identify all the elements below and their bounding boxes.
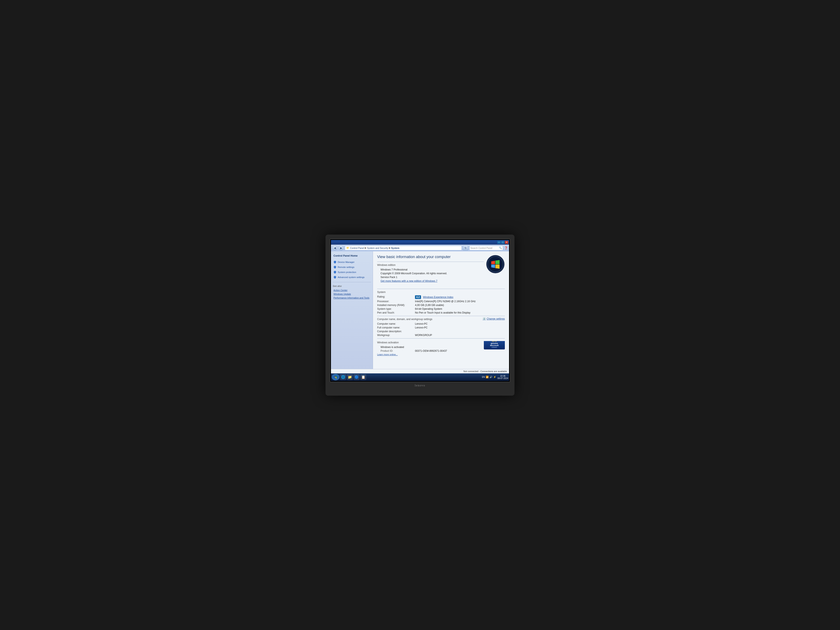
system-tray: EN 📶 🔊 ⚡ [482,376,496,379]
sidebar-item-advanced-settings[interactable]: Advanced system settings [333,275,371,279]
clock-date: 08-07-2024 [497,377,508,379]
system-type-row: System type: 64-bit Operating System [377,308,505,310]
page-title: View basic information about your comput… [377,255,505,259]
link-windows-update[interactable]: Windows Update [333,292,371,296]
search-icon: 🔍 [499,246,502,249]
genuine-line4: software [492,346,497,348]
system-type-value: 64-bit Operating System [415,308,442,310]
link-performance-info[interactable]: Performance Information and Tools [333,296,371,300]
see-also-label: See also [333,285,371,287]
computer-name-label: Computer name: [377,322,415,325]
upgrade-row: Get more features with a new edition of … [377,279,505,283]
pen-touch-label: Pen and Touch: [377,311,415,314]
copyright-row: Copyright © 2009 Microsoft Corporation. … [377,272,484,275]
main-area: Control Panel Home Device Manager Remote… [331,251,509,369]
shield-icon-4 [333,276,336,279]
rating-value-area: 4.2 Windows Experience Index [415,295,453,299]
copyright-value: Copyright © 2009 Microsoft Corporation. … [377,272,447,275]
taskbar-app-icon[interactable]: 📋 [360,374,366,380]
clock: 22:36 08-07-2024 [497,375,508,379]
shield-icon-1 [333,261,336,264]
breadcrumb-item-2[interactable]: System and Security [367,247,388,249]
edition-section-label: Windows edition [377,264,505,267]
computer-name-row: Computer name: Lenovo-PC [377,322,505,325]
shield-icon-2 [333,266,336,268]
shield-icon-3 [333,271,336,274]
change-settings-button[interactable]: 🛡️ Change settings [483,318,505,320]
minimize-button[interactable]: ─ [497,241,501,244]
rating-link[interactable]: Windows Experience Index [423,296,453,298]
refresh-button[interactable]: ↻ [463,245,468,251]
forward-button[interactable]: ▶ [338,245,344,251]
help-button[interactable]: ❓ [504,246,508,250]
genuine-badge: ask for genuine Microsoft software [484,341,505,349]
processor-label: Processor: [377,300,415,303]
sidebar: Control Panel Home Device Manager Remote… [331,251,373,369]
ram-value: 4,00 GB (3,89 GB usable) [415,304,444,306]
title-bar: ─ □ ✕ [331,240,509,245]
product-id-row: Product ID: 00371-OEM-8992671-00437 [377,349,505,352]
tray-icon-2: 🔊 [489,376,493,379]
windows-logo-area [486,255,505,275]
maximize-button[interactable]: □ [501,241,504,244]
breadcrumb-start-icon: 📁 [346,246,349,249]
genuine-line3: Microsoft [490,344,499,346]
activation-section: ask for genuine Microsoft software Windo… [377,341,505,356]
taskbar-explorer-icon[interactable]: 📁 [347,374,353,380]
start-button[interactable] [332,374,339,380]
breadcrumb-sep-2: ▶ [389,246,391,249]
taskbar-ie-icon[interactable]: 🔵 [354,374,360,380]
rating-row: Rating: 4.2 Windows Experience Index [377,295,505,299]
taskbar-right: EN 📶 🔊 ⚡ 22:36 08-07-2024 [482,375,508,379]
activation-status: Windows is activated [377,346,404,349]
edition-row: Windows 7 Professional [377,268,484,271]
sidebar-home-link[interactable]: Control Panel Home [333,254,371,258]
edition-value: Windows 7 Professional [377,268,407,271]
upgrade-link[interactable]: Get more features with a new edition of … [377,279,437,283]
genuine-line2: genuine [491,342,498,344]
learn-more-link[interactable]: Learn more online... [377,353,505,356]
full-name-value: Lenovo-PC [415,326,428,329]
sidebar-item-remote-settings[interactable]: Remote settings [333,265,371,269]
description-label: Computer description: [377,330,415,333]
system-type-label: System type: [377,308,415,310]
sidebar-item-system-protection[interactable]: System protection [333,270,371,275]
computer-name-header: 🛡️ Change settings Computer name, domain… [377,318,505,322]
product-id-label: Product ID: [377,349,415,352]
laptop-frame: ─ □ ✕ ◀ ▶ 📁 Control Panel ▶ System and S… [325,235,515,396]
screen-inner: ─ □ ✕ ◀ ▶ 📁 Control Panel ▶ System and S… [331,240,509,381]
breadcrumb-item-1[interactable]: Control Panel [350,247,364,249]
processor-value: Intel(R) Celeron(R) CPU N2840 @ 2.16GHz … [415,300,476,303]
sidebar-label-device-manager: Device Manager [338,261,354,263]
sidebar-item-device-manager[interactable]: Device Manager [333,260,371,264]
sidebar-label-system-protection: System protection [338,271,356,273]
network-status-text: Not connected - Connections are availabl… [463,370,507,373]
description-row: Computer description: [377,330,505,333]
pen-touch-row: Pen and Touch: No Pen or Touch Input is … [377,311,505,314]
rating-badge: 4.2 [415,295,421,299]
sidebar-label-remote-settings: Remote settings [338,266,354,268]
screen: ─ □ ✕ ◀ ▶ 📁 Control Panel ▶ System and S… [330,239,510,382]
windows-logo-icon [486,255,505,274]
activation-status-row: Windows is activated [377,346,484,349]
breadcrumb-sep-1: ▶ [365,246,366,249]
tray-icon-1: 📶 [486,376,489,379]
rating-label: Rating: [377,295,415,299]
workgroup-row: Workgroup: WORKGROUP [377,334,505,336]
breadcrumb[interactable]: 📁 Control Panel ▶ System and Security ▶ … [345,246,462,250]
lang-indicator: EN [482,376,485,378]
taskbar-chrome-icon[interactable]: 🌐 [340,374,346,380]
back-button[interactable]: ◀ [332,245,337,251]
ram-row: Installed memory (RAM): 4,00 GB (3,89 GB… [377,304,505,306]
content-panel: View basic information about your comput… [373,251,509,369]
product-id-value: 00371-OEM-8992671-00437 [415,349,447,352]
search-box[interactable]: Search Control Panel 🔍 [469,246,503,250]
link-action-center[interactable]: Action Center [333,289,371,292]
full-name-row: Full computer name: Lenovo-PC [377,326,505,329]
clock-time: 22:36 [497,375,508,377]
system-section-label: System [377,291,505,294]
tray-icon-3: ⚡ [493,376,496,379]
computer-name-value: Lenovo-PC [415,322,428,325]
breadcrumb-item-3[interactable]: System [391,247,399,249]
close-button[interactable]: ✕ [505,241,508,244]
